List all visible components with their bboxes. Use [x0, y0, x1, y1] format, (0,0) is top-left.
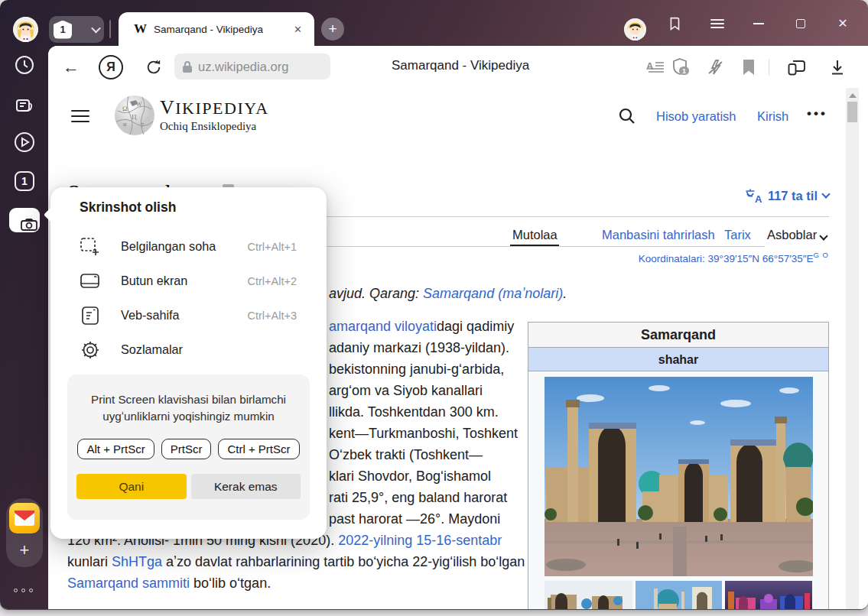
protect-shield-icon[interactable]: 1: [670, 57, 691, 78]
reader-mode-icon[interactable]: A: [645, 57, 666, 78]
page-scrollbar[interactable]: [846, 88, 859, 609]
lightning-slash-icon[interactable]: [704, 57, 726, 78]
back-button[interactable]: ←: [60, 57, 82, 78]
create-account-link[interactable]: Hisob yaratish: [656, 109, 736, 124]
svg-text:Ω: Ω: [122, 105, 128, 112]
window-maximize-button[interactable]: [785, 14, 816, 34]
article-text: dagi qadimiy: [437, 319, 514, 334]
topbar-separator: [109, 20, 111, 38]
menu-item-shortcut: Ctrl+Alt+2: [248, 275, 297, 287]
browser-tab-active[interactable]: W Samarqand - Vikipediya ✕: [119, 12, 314, 46]
tab-counter-icon[interactable]: 1: [11, 167, 38, 195]
coordinates-line[interactable]: Koordinatalari: 39°39′15″N 66°57′35″EG O: [639, 251, 829, 264]
article-text: bekistonning janubi-gʻarbida,: [329, 361, 504, 377]
notes-pages-icon[interactable]: [11, 93, 38, 121]
window-minimize-button[interactable]: [743, 14, 774, 34]
wiki-wordmark-title: VIKIPEDIYA: [160, 96, 269, 119]
article-text-line: rati 25,9°, eng baland harorat: [329, 487, 507, 508]
menu-item-selection-area[interactable]: Belgilangan soha Ctrl+Alt+1: [50, 229, 327, 264]
svg-text:A: A: [646, 60, 654, 72]
coordinates-label: Koordinatalari:: [639, 253, 705, 264]
profile-avatar[interactable]: [13, 17, 38, 42]
screenshot-tool-icon[interactable]: [9, 208, 40, 232]
article-text-line: klari Shovdor, Bogʻishamol: [329, 465, 491, 487]
yandex-mail-icon[interactable]: [9, 503, 40, 533]
hatnote-post: .: [563, 286, 567, 301]
article-link[interactable]: ShHTga: [112, 554, 162, 569]
thumb-registan-night[interactable]: [725, 581, 812, 609]
hint-line-1: Print Screen klavishasi bilan birlamchi: [67, 391, 310, 408]
confirm-button[interactable]: Qani: [76, 474, 187, 499]
wiki-menu-icon[interactable]: [71, 110, 89, 122]
article-link[interactable]: 2022-yilning 15-16-sentabr: [338, 533, 502, 548]
collections-icon[interactable]: [786, 57, 808, 78]
new-tab-button[interactable]: +: [321, 18, 344, 41]
login-link[interactable]: Kirish: [757, 109, 788, 124]
webpage-icon: [80, 306, 100, 326]
thumb-gur-emir-dome[interactable]: [636, 581, 722, 609]
more-options-icon[interactable]: •••: [807, 106, 827, 122]
scrollbar-thumb[interactable]: [847, 102, 857, 122]
tab-asboblar[interactable]: Asboblar: [767, 228, 827, 242]
tab-manbasini-tahrirlash[interactable]: Manbasini tahrirlash: [602, 228, 715, 242]
tab-tarix[interactable]: Tarix: [724, 228, 751, 242]
thumb-madrasas-day[interactable]: [545, 581, 632, 609]
browser-menu-icon[interactable]: [702, 14, 733, 34]
menu-item-shortcut: Ctrl+Alt+3: [248, 310, 297, 322]
infobox-thumbnails: [545, 581, 813, 609]
sidebar-more-dots-icon[interactable]: [14, 588, 33, 592]
play-media-icon[interactable]: [11, 128, 38, 156]
fullscreen-icon: [80, 273, 100, 290]
popup-pointer: [44, 207, 59, 222]
article-text-line: amarqand viloyatidagi qadimiy: [329, 316, 514, 337]
article-text-line: kent—Turkmanboshi, Toshkent: [329, 423, 518, 444]
language-selector[interactable]: A 117 ta til: [745, 188, 829, 203]
screenshot-popup: Skrinshot olish Belgilangan soha Ctrl+Al…: [50, 187, 327, 539]
article-text: kent—Turkmanboshi, Toshkent: [329, 426, 518, 441]
keycap-ctrl-prtscr: Ctrl + PrtScr: [218, 439, 299, 459]
tab-mutolaa[interactable]: Mutolaa: [512, 228, 558, 242]
search-icon[interactable]: [618, 107, 636, 125]
article-text: llikda. Toshkentdan 300 km.: [329, 404, 499, 420]
wikipedia-globe-logo[interactable]: ΩW Ц7 и: [113, 94, 156, 137]
svg-text:и: и: [123, 121, 127, 128]
translate-icon: A: [745, 188, 762, 203]
gear-icon: [80, 340, 100, 360]
reload-icon[interactable]: [143, 57, 164, 78]
printscreen-hint-card: Print Screen klavishasi bilan birlamchi …: [67, 374, 310, 520]
article-text-line: adaniy markazi (1938-yildan).: [329, 337, 509, 358]
tab-close-icon[interactable]: ✕: [291, 22, 305, 37]
bookmarks-flag-icon[interactable]: [659, 14, 690, 34]
browser-window: 1 W Samarqand - Vikipediya ✕ +: [0, 0, 868, 609]
menu-item-full-screen[interactable]: Butun ekran Ctrl+Alt+2: [50, 264, 327, 298]
scrollbar-up-arrow[interactable]: [849, 93, 857, 98]
sidebar-apps-panel: +: [6, 498, 43, 567]
hatnote-link[interactable]: Samarqand (maʼnolari): [423, 286, 563, 301]
add-app-icon[interactable]: +: [6, 537, 43, 564]
shield-badge: 1: [682, 67, 686, 75]
hint-text: Print Screen klavishasi bilan birlamchi …: [67, 391, 310, 425]
article-text-line: llikda. Toshkentdan 300 km.: [329, 401, 499, 423]
article-text: rati 25,9°, eng baland harorat: [329, 490, 507, 505]
avatar-girl-icon: [624, 18, 646, 41]
article-link[interactable]: Samarqand sammiti: [67, 575, 190, 591]
popup-title: Skrinshot olish: [80, 199, 176, 216]
article-text-line: kunlari ShHTga aʼzo davlat rahbarlarinin…: [67, 551, 525, 572]
bookmark-icon[interactable]: [738, 57, 759, 78]
hatnote: avjud. Qarang: Samarqand (maʼnolari).: [329, 286, 567, 302]
menu-item-web-page[interactable]: Veb-sahifa Ctrl+Alt+3: [50, 298, 327, 332]
chevron-down-icon: [821, 190, 830, 198]
download-icon[interactable]: [827, 57, 848, 78]
history-icon[interactable]: [11, 51, 38, 79]
tab-group-selector[interactable]: 1: [49, 16, 104, 43]
yandex-search-icon[interactable]: Я: [99, 55, 123, 79]
wiki-wordmark[interactable]: VIKIPEDIYA Ochiq Ensiklopediya: [160, 96, 269, 133]
article-link[interactable]: amarqand viloyati: [329, 319, 437, 334]
profile-avatar-small[interactable]: [624, 18, 646, 41]
window-close-button[interactable]: ✕: [827, 14, 858, 34]
svg-text:A: A: [755, 193, 762, 203]
menu-item-settings[interactable]: Sozlamalar: [50, 332, 327, 367]
address-bar[interactable]: uz.wikipedia.org: [174, 53, 330, 79]
dismiss-button[interactable]: Kerak emas: [191, 474, 301, 499]
registan-photo[interactable]: [545, 377, 813, 576]
